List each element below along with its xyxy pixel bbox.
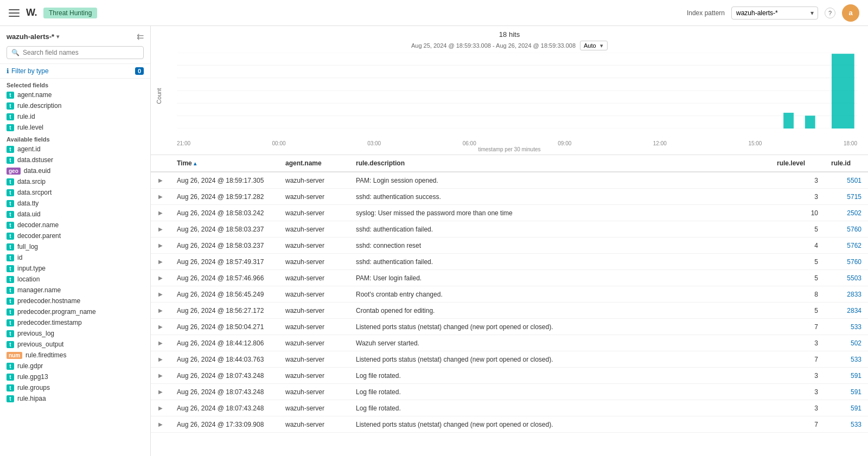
field-name: full_log [17,243,38,251]
app-badge: Threat Hunting [43,8,97,18]
available-field-item[interactable]: tid [0,252,150,263]
available-field-item[interactable]: trule.hipaa [0,393,150,404]
table-row: ▶ Aug 26, 2024 @ 18:58:03.237 wazuh-serv… [151,237,868,254]
available-field-item[interactable]: trule.gpg13 [0,371,150,382]
col-header-time[interactable]: Time ▴ [170,155,279,172]
top-navigation: W. Threat Hunting Index pattern wazuh-al… [0,0,868,26]
selected-field-item[interactable]: trule.level [0,122,150,133]
filter-by-type-button[interactable]: ℹ Filter by type [7,67,49,75]
field-type-badge: t [7,374,14,381]
rule-id-link[interactable]: 2833 [847,291,861,298]
field-type-badge: t [7,384,14,391]
rule-id-link[interactable]: 591 [851,404,861,412]
col-header-id[interactable]: rule.id [825,155,868,172]
svg-rect-15 [805,115,815,129]
field-type-badge: t [7,330,14,337]
available-field-item[interactable]: tmanager.name [0,285,150,296]
rule-id-link[interactable]: 5715 [847,193,861,201]
expand-row-button[interactable]: ▶ [157,371,164,380]
expand-row-button[interactable]: ▶ [157,290,164,298]
rule-id-link[interactable]: 5760 [847,226,861,233]
expand-row-button[interactable]: ▶ [157,420,164,428]
available-field-item[interactable]: tdata.dstuser [0,155,150,165]
x-axis-labels: 21:0000:0003:0006:0009:0012:0015:0018:00 [151,139,868,146]
selected-field-item[interactable]: trule.description [0,100,150,111]
expand-row-button[interactable]: ▶ [157,274,164,282]
field-name: manager.name [17,286,61,294]
rule-id-link[interactable]: 5762 [847,242,861,249]
rule-id-link[interactable]: 533 [851,356,861,363]
table-row: ▶ Aug 26, 2024 @ 18:07:43.248 wazuh-serv… [151,400,868,416]
expand-row-button[interactable]: ▶ [157,258,164,266]
expand-row-button[interactable]: ▶ [157,339,164,347]
field-name: input.type [17,265,46,272]
hamburger-menu-icon[interactable] [9,8,20,18]
col-header-level[interactable]: rule.level [770,155,825,172]
rule-id-link[interactable]: 5760 [847,258,861,266]
selected-field-item[interactable]: tagent.name [0,89,150,100]
field-name: data.dstuser [17,156,53,164]
expand-row-button[interactable]: ▶ [157,388,164,396]
available-field-item[interactable]: tpredecoder.timestamp [0,317,150,328]
expand-row-button[interactable]: ▶ [157,241,164,249]
field-name: id [17,254,22,261]
available-field-item[interactable]: tdata.tty [0,198,150,209]
available-field-item[interactable]: tdata.uid [0,209,150,220]
expand-row-button[interactable]: ▶ [157,355,164,363]
available-field-item[interactable]: tprevious_output [0,339,150,350]
available-field-item[interactable]: tpredecoder.program_name [0,306,150,317]
expand-row-button[interactable]: ▶ [157,176,164,184]
interval-select[interactable]: Auto [580,41,608,50]
table-row: ▶ Aug 26, 2024 @ 17:33:09.908 wazuh-serv… [151,416,868,433]
cell-agent: wazuh-server [279,205,349,221]
rule-id-link[interactable]: 5503 [847,274,861,282]
rule-id-link[interactable]: 533 [851,323,861,331]
available-field-item[interactable]: tdata.srcport [0,187,150,198]
available-field-item[interactable]: tprevious_log [0,328,150,339]
chevron-down-icon[interactable]: ▾ [56,34,59,40]
field-type-badge: t [7,92,14,99]
expand-row-button[interactable]: ▶ [157,404,164,412]
rule-id-link[interactable]: 5501 [847,177,861,184]
index-pattern-select[interactable]: wazuh-alerts-* [731,7,818,20]
cell-time: Aug 26, 2024 @ 18:07:43.248 [170,384,279,400]
available-field-item[interactable]: tdecoder.parent [0,230,150,241]
cell-level: 3 [770,368,825,384]
available-field-item[interactable]: tdata.srcip [0,176,150,187]
expand-row-button[interactable]: ▶ [157,323,164,331]
rule-id-link[interactable]: 533 [851,421,861,428]
cell-level: 5 [770,270,825,286]
available-field-item[interactable]: tagent.id [0,144,150,155]
table-row: ▶ Aug 26, 2024 @ 18:57:46.966 wazuh-serv… [151,270,868,286]
available-field-item[interactable]: tpredecoder.hostname [0,296,150,306]
rule-id-link[interactable]: 502 [851,339,861,347]
col-header-description[interactable]: rule.description [349,155,770,172]
cell-agent: wazuh-server [279,221,349,237]
col-header-agent[interactable]: agent.name [279,155,349,172]
available-field-item[interactable]: trule.gdpr [0,361,150,371]
available-field-item[interactable]: tdecoder.name [0,220,150,230]
cell-description: Log file rotated. [349,384,770,400]
search-field-input[interactable] [23,49,139,56]
expand-row-button[interactable]: ▶ [157,192,164,201]
available-field-item[interactable]: tinput.type [0,263,150,274]
rule-id-link[interactable]: 2502 [847,209,861,217]
table-row: ▶ Aug 26, 2024 @ 18:56:27.172 wazuh-serv… [151,303,868,319]
rule-id-link[interactable]: 591 [851,388,861,396]
rule-id-link[interactable]: 591 [851,372,861,380]
cell-level: 7 [770,351,825,368]
selected-field-item[interactable]: trule.id [0,111,150,122]
help-icon[interactable]: ? [825,8,835,18]
expand-row-button[interactable]: ▶ [157,306,164,314]
available-field-item[interactable]: tfull_log [0,241,150,252]
collapse-sidebar-icon[interactable]: ⇇ [137,31,144,42]
cell-level: 3 [770,335,825,351]
user-avatar[interactable]: a [842,4,859,22]
rule-id-link[interactable]: 2834 [847,307,861,314]
available-field-item[interactable]: geodata.euid [0,165,150,176]
available-field-item[interactable]: tlocation [0,274,150,285]
available-field-item[interactable]: trule.groups [0,382,150,393]
expand-row-button[interactable]: ▶ [157,209,164,217]
available-field-item[interactable]: numrule.firedtimes [0,350,150,361]
expand-row-button[interactable]: ▶ [157,225,164,233]
